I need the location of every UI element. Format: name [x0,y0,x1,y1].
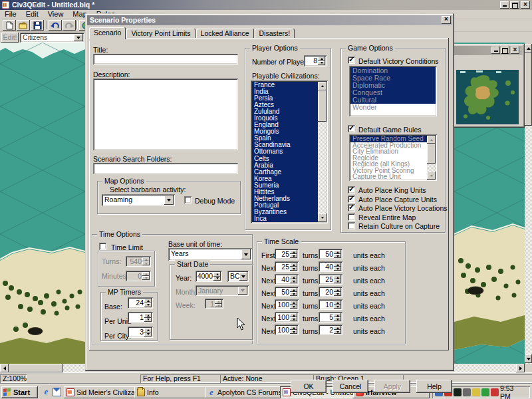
spin-down-icon[interactable] [290,254,297,258]
civilizations-listbox[interactable]: FranceIndiaPersiaAztecsZululandIroquoisE… [251,80,328,223]
redo-button[interactable] [63,20,76,31]
vertical-scrollbar[interactable] [525,44,532,364]
spin-down-icon[interactable] [334,279,341,283]
default-victory-conditions-checkbox[interactable] [348,57,355,64]
turns-spinner[interactable]: 100 [275,299,299,310]
spin-down-icon[interactable] [290,267,297,271]
base-unit-combo[interactable]: Years [168,248,252,261]
mp-timer-spinner[interactable]: 24 [128,297,153,309]
horizontal-scroll-thumb[interactable] [9,364,63,372]
taskbar-task[interactable]: Info [134,386,208,398]
turns-spinner[interactable]: 100 [275,312,299,323]
minimap-minimize-button[interactable] [491,47,500,54]
chevron-down-icon[interactable] [74,34,83,41]
map-view-right[interactable] [454,128,525,364]
dialog-tab[interactable]: Scenario [89,27,126,39]
turns-spinner[interactable]: 50 [275,287,299,297]
dialog-button[interactable]: Help [416,380,452,393]
era-combo[interactable]: BC [227,271,249,282]
spin-down-icon[interactable] [290,292,297,296]
turns-spinner[interactable]: 25 [275,249,299,259]
scroll-left-button[interactable] [0,364,9,372]
list-scrollbar[interactable] [318,82,327,222]
mp-timer-spinner[interactable]: 1 [128,312,153,323]
spin-down-icon[interactable] [213,277,221,281]
time-limit-checkbox[interactable] [99,243,106,250]
units-spinner[interactable]: 5 [319,312,342,323]
spin-down-icon[interactable] [144,318,152,323]
units-spinner[interactable]: 40 [319,261,342,272]
scroll-thumb[interactable] [318,90,327,122]
spin-down-icon[interactable] [334,317,341,321]
units-spinner[interactable]: 25 [319,274,342,285]
dialog-titlebar[interactable]: Scenario Properties × [87,15,452,25]
undo-button[interactable] [49,20,62,31]
dialog-tab[interactable]: Disasters! [255,29,295,39]
turns-spinner[interactable]: 100 [275,325,299,335]
tray-icon[interactable] [491,388,499,396]
restore-button[interactable] [510,1,519,9]
minimap-close-button[interactable]: × [511,47,519,54]
menu-item[interactable]: View [43,10,68,19]
mp-timer-spinner[interactable]: 3 [128,327,153,338]
dialog-button[interactable]: OK [291,380,327,393]
spin-down-icon[interactable] [334,267,341,271]
minimap-titlebar[interactable]: × [452,46,523,55]
units-spinner[interactable]: 10 [319,299,342,310]
checkbox[interactable] [348,204,355,211]
minimap-maximize-button[interactable] [501,47,509,54]
spin-down-icon[interactable] [290,330,297,334]
default-game-rules-checkbox[interactable] [348,125,355,132]
spin-down-icon[interactable] [144,332,152,337]
units-spinner[interactable]: 20 [319,287,342,297]
start-button[interactable]: Start [1,386,38,398]
brush-combo[interactable]: Citizens [20,33,84,43]
checkbox[interactable] [348,196,355,203]
scroll-down-button[interactable] [525,354,532,363]
mail-quicklaunch-icon[interactable] [53,388,61,396]
ie-quicklaunch-icon[interactable] [42,388,51,396]
main-window-titlebar[interactable]: III Civ3QEdit - Untitled.biq * × [0,0,532,10]
chevron-down-icon[interactable] [241,249,251,259]
turns-spinner[interactable]: 25 [275,261,299,272]
scroll-up-button[interactable] [318,82,327,90]
horizontal-scrollbar[interactable] [0,364,85,372]
save-button[interactable] [31,20,44,31]
taskbar-task[interactable]: Sid Meier's Civilizatio... [64,386,138,398]
close-button[interactable]: × [521,1,530,9]
new-button[interactable] [3,20,16,31]
chevron-down-icon[interactable] [164,196,174,205]
dialog-tab[interactable]: Locked Alliance [196,29,254,39]
minimap-image[interactable] [456,70,519,124]
scroll-up-button[interactable] [525,44,532,53]
tray-icon[interactable] [463,388,471,396]
debug-mode-checkbox[interactable] [184,196,192,203]
year-spinner[interactable]: 4000 [196,271,222,282]
scroll-down-button[interactable] [318,213,327,222]
menu-item[interactable]: File [0,10,21,19]
spin-down-icon[interactable] [334,305,341,309]
checkbox[interactable] [348,213,355,221]
dialog-button[interactable]: Cancel [332,380,368,393]
scroll-right-button[interactable] [516,364,525,372]
spin-down-icon[interactable] [290,317,297,321]
checkbox[interactable] [348,222,355,229]
turns-spinner[interactable]: 40 [275,274,299,285]
horizontal-scrollbar[interactable] [454,364,525,372]
number-of-players-spinner[interactable]: 8 [304,55,327,66]
civilization-list-item[interactable]: Ottomans [252,148,318,155]
units-spinner[interactable]: 50 [319,249,342,259]
map-view-left[interactable] [0,43,85,364]
civilization-list-item[interactable]: Inca [252,215,318,222]
checkbox[interactable] [348,186,355,194]
edit-button[interactable]: Edit! [1,33,19,43]
spin-down-icon[interactable] [290,305,297,309]
dialog-tab[interactable]: Victory Point Limits [126,29,195,39]
search-folders-input[interactable] [93,163,238,174]
dialog-button[interactable]: Apply [374,380,410,393]
unit-sprite[interactable] [28,328,43,335]
unit-sprite[interactable] [467,287,483,295]
menu-item[interactable]: Edit [21,10,43,19]
spin-down-icon[interactable] [144,303,152,308]
minimize-button[interactable] [500,1,509,9]
